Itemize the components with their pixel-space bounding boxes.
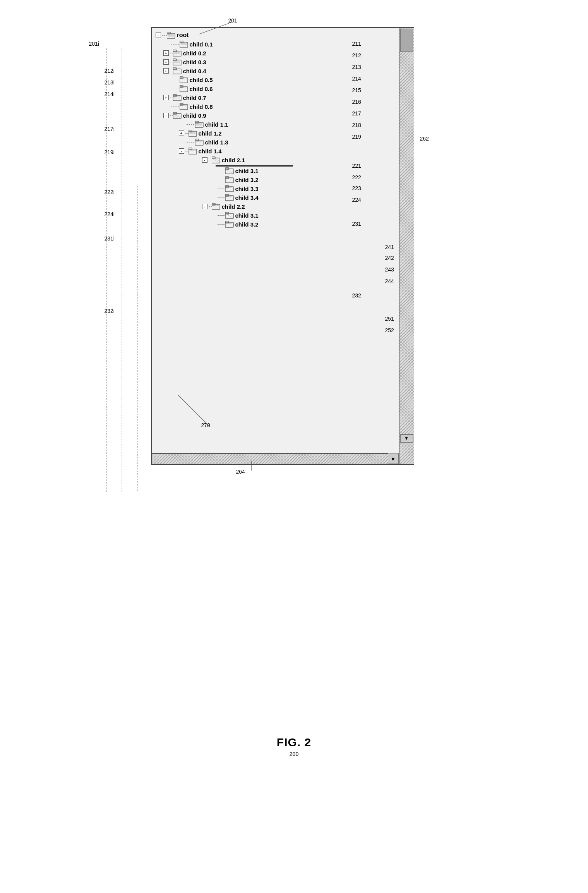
tree-node-child06: child 0.6 xyxy=(171,85,396,92)
expand-child14[interactable]: - xyxy=(179,148,184,154)
folder-icon-child32a xyxy=(225,176,234,183)
annotation-231: 231 xyxy=(352,221,361,227)
expand-child22[interactable]: - xyxy=(202,204,207,209)
folder-icon-child11 xyxy=(195,121,204,128)
child31a-label: child 3.1 xyxy=(235,168,259,174)
annotation-251: 251 xyxy=(385,316,394,322)
annotation-217: 217 xyxy=(352,110,361,117)
annotation-214i: 214i xyxy=(105,91,115,97)
folder-icon-child09 xyxy=(173,112,182,119)
expand-child21[interactable]: - xyxy=(202,157,207,163)
svg-line-56 xyxy=(214,158,219,161)
folder-icon-child34a xyxy=(225,194,234,201)
child07-label: child 0.7 xyxy=(183,94,206,101)
dot-h xyxy=(185,151,189,151)
svg-line-74 xyxy=(226,214,233,218)
scrollbar-bottom-track xyxy=(152,454,399,464)
selection-bar xyxy=(216,165,293,167)
annotation-216: 216 xyxy=(352,99,361,105)
expand-child02[interactable]: + xyxy=(163,50,169,56)
svg-line-36 xyxy=(174,116,178,118)
folder-icon-root xyxy=(167,32,175,39)
annotation-252: 252 xyxy=(385,327,394,333)
annotation-212: 212 xyxy=(352,52,361,58)
scroll-down-button[interactable]: ▼ xyxy=(400,434,413,443)
annotation-201i: 201i xyxy=(89,41,99,47)
dot-h xyxy=(218,180,225,180)
child01-label: child 0.1 xyxy=(190,41,213,48)
folder-icon-child05 xyxy=(180,76,188,83)
tree-node-child32b: child 3.2 xyxy=(218,221,396,228)
annotation-242: 242 xyxy=(385,255,394,261)
annotation-232: 232 xyxy=(352,292,361,299)
figure-wrapper: ▼ ▶ - xyxy=(81,15,507,713)
expand-child03[interactable]: + xyxy=(163,59,169,65)
annotation-222: 222 xyxy=(352,174,361,180)
child34a-label: child 3.4 xyxy=(235,194,259,201)
tree-node-child12: + child 1.2 xyxy=(179,130,396,137)
scroll-right-icon: ▶ xyxy=(392,456,395,461)
child14-label: child 1.4 xyxy=(199,148,222,155)
tree-node-child31a: child 3.1 xyxy=(218,167,396,174)
expand-child09[interactable]: - xyxy=(163,113,169,118)
expand-child04[interactable]: + xyxy=(163,68,169,74)
annotation-200: 200 xyxy=(277,751,311,757)
annotation-231i: 231i xyxy=(105,235,115,242)
annotation-219i: 219i xyxy=(105,149,115,155)
dot-h xyxy=(187,124,194,125)
folder-icon-child21 xyxy=(212,156,220,163)
annotation-264: 264 xyxy=(236,469,245,475)
annotation-262: 262 xyxy=(420,136,429,142)
child32a-label: child 3.2 xyxy=(235,177,259,183)
tree-node-child22: - child 2.2 xyxy=(202,203,396,210)
child13-label: child 1.3 xyxy=(205,139,228,146)
annotation-217i: 217i xyxy=(105,126,115,132)
dot-h xyxy=(187,142,194,143)
dot-h xyxy=(218,215,225,216)
svg-line-59 xyxy=(226,170,233,173)
annotation-218: 218 xyxy=(352,122,361,128)
annotation-212i: 212i xyxy=(105,68,115,74)
child05-label: child 0.5 xyxy=(190,77,213,83)
annotation-201: 201 xyxy=(228,17,237,24)
tree-node-child14: - child 1.4 xyxy=(179,148,396,155)
tree-node-child13: child 1.3 xyxy=(187,139,396,146)
annotation-224: 224 xyxy=(352,197,361,203)
dot-line xyxy=(162,35,167,36)
annotation-222i: 222i xyxy=(105,189,115,195)
folder-icon-child04 xyxy=(173,67,182,74)
dot-h xyxy=(218,189,225,189)
annotation-219: 219 xyxy=(352,134,361,140)
annotation-270: 270 xyxy=(201,422,210,428)
scrollbar-bottom[interactable]: ▶ xyxy=(152,453,399,464)
annotation-224i: 224i xyxy=(105,211,115,217)
annotation-213: 213 xyxy=(352,64,361,70)
folder-icon-child22 xyxy=(212,203,220,210)
expand-child12[interactable]: + xyxy=(179,131,184,136)
annotation-243: 243 xyxy=(385,266,394,273)
dot-h xyxy=(170,115,173,116)
tree-node-child01: child 0.1 xyxy=(171,41,396,48)
annotation-211: 211 xyxy=(352,41,361,47)
svg-line-37 xyxy=(175,114,181,117)
expand-root[interactable]: - xyxy=(156,33,161,38)
child06-label: child 0.6 xyxy=(190,86,213,92)
annotation-221: 221 xyxy=(352,163,361,169)
tree-node-child05: child 0.5 xyxy=(171,76,396,83)
expand-child07[interactable]: + xyxy=(163,95,169,100)
dot-h xyxy=(209,160,212,160)
dot-h xyxy=(185,133,189,134)
scroll-right-button[interactable]: ▶ xyxy=(388,453,399,464)
folder-icon-child31b xyxy=(225,212,234,219)
folder-icon-child14 xyxy=(189,148,197,155)
child33a-label: child 3.3 xyxy=(235,185,259,192)
dot-h xyxy=(218,171,225,171)
tree-node-child34a: child 3.4 xyxy=(218,194,396,201)
folder-icon-child01 xyxy=(180,41,188,48)
folder-icon-child07 xyxy=(173,94,182,101)
child04-label: child 0.4 xyxy=(183,68,206,74)
child12-label: child 1.2 xyxy=(199,130,222,137)
tree-node-child21: - child 2.1 xyxy=(202,156,396,163)
dot-h xyxy=(218,224,225,225)
dot-h xyxy=(209,206,212,207)
